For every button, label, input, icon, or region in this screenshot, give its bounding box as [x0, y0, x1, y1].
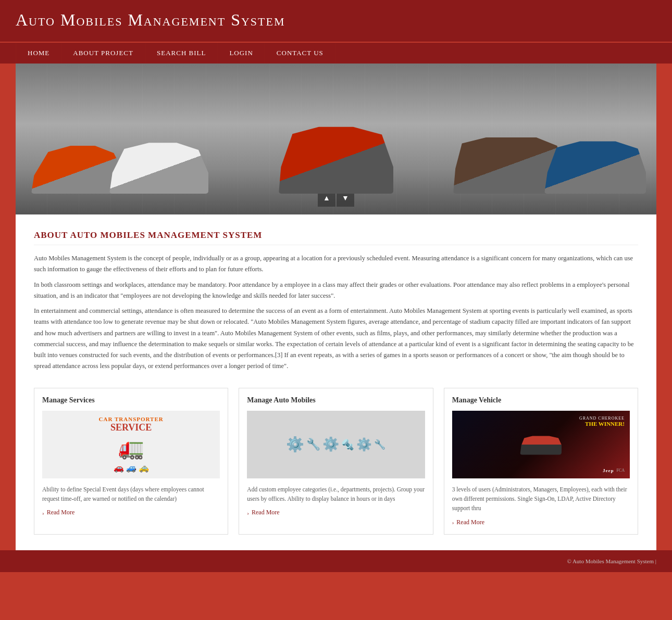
card-services-readmore[interactable]: › Read More — [42, 509, 220, 516]
about-text: Auto Mobiles Management System is the co… — [34, 253, 638, 372]
wrench-icon: 🔧 — [306, 438, 320, 451]
vehicle-logos: Jeep FCA — [603, 468, 625, 473]
card-manage-vehicle: Manage Vehicle GRAND CHEROKEE THE WINNER… — [444, 388, 638, 535]
readmore-arrow-2: › — [247, 510, 249, 516]
parts-illustration: ⚙️ 🔧 ⚙️ 🔩 ⚙️ 🔧 — [247, 411, 425, 478]
card-autos-image: ⚙️ 🔧 ⚙️ 🔩 ⚙️ 🔧 — [247, 411, 425, 478]
service-illustration: CAR TRANSPORTER SERVICE 🚛 🚗 🚙 🚕 — [42, 411, 220, 478]
card-services-description: Ability to define Special Event days (da… — [42, 485, 220, 504]
truck-icon: 🚛 — [118, 436, 144, 460]
vehicle-illustration: GRAND CHEROKEE THE WINNER! Jeep FCA — [452, 411, 630, 478]
car-row: 🚗 🚙 🚕 — [114, 463, 149, 473]
card-manage-services: Manage Services CAR TRANSPORTER SERVICE … — [34, 388, 228, 535]
gear-icon-3: ⚙️ — [356, 437, 372, 452]
cards-container: Manage Services CAR TRANSPORTER SERVICE … — [34, 388, 638, 535]
small-car-3: 🚕 — [139, 463, 149, 473]
header: Auto Mobiles Management System — [0, 0, 672, 42]
service-img-title: CAR TRANSPORTER — [99, 416, 164, 422]
about-paragraph-1: Auto Mobiles Management System is the co… — [34, 253, 638, 275]
vehicle-brand-label: GRAND CHEROKEE — [579, 416, 625, 421]
vehicle-tagline-label: THE WINNER! — [579, 421, 625, 427]
nav-login[interactable]: LOGIN — [218, 43, 265, 64]
slider-cars — [16, 90, 656, 194]
tool-icon: 🔧 — [374, 439, 385, 450]
card-autos-title: Manage Auto Mobiles — [247, 396, 425, 404]
nav-search-bill[interactable]: SEARCH BILL — [145, 43, 218, 64]
card-services-image: CAR TRANSPORTER SERVICE 🚛 🚗 🚙 🚕 — [42, 411, 220, 478]
nut-icon: 🔩 — [341, 438, 354, 451]
card-vehicle-title: Manage Vehicle — [452, 396, 630, 404]
jeep-car-shape — [520, 434, 562, 455]
about-paragraph-2: In both classroom settings and workplace… — [34, 280, 638, 302]
card-services-title: Manage Services — [42, 396, 220, 404]
card-manage-auto-mobiles: Manage Auto Mobiles ⚙️ 🔧 ⚙️ 🔩 ⚙️ 🔧 Add c… — [239, 388, 433, 535]
fca-logo: FCA — [616, 468, 625, 473]
about-title: ABOUT AUTO MOBILES MANAGEMENT SYSTEM — [34, 230, 638, 245]
about-paragraph-3: In entertainment and commercial settings… — [34, 306, 638, 372]
footer: © Auto Mobiles Management System | — [0, 550, 672, 572]
card-vehicle-readmore[interactable]: › Read More — [452, 518, 630, 526]
about-section: ABOUT AUTO MOBILES MANAGEMENT SYSTEM Aut… — [34, 230, 638, 372]
readmore-label-1: Read More — [47, 509, 75, 516]
vehicle-text-overlay: GRAND CHEROKEE THE WINNER! — [579, 416, 625, 427]
card-vehicle-image: GRAND CHEROKEE THE WINNER! Jeep FCA — [452, 411, 630, 478]
readmore-label-3: Read More — [456, 518, 484, 526]
nav-contact-us[interactable]: CONTACT US — [265, 43, 335, 64]
navbar: HOME ABOUT PROJECT SEARCH BILL LOGIN CON… — [0, 42, 672, 64]
content-area: ABOUT AUTO MOBILES MANAGEMENT SYSTEM Aut… — [16, 214, 656, 550]
site-title: Auto Mobiles Management System — [16, 10, 656, 30]
card-autos-readmore[interactable]: › Read More — [247, 509, 425, 516]
car-blue — [544, 137, 646, 194]
service-img-subtitle: SERVICE — [110, 422, 152, 433]
footer-separator: | — [655, 558, 656, 564]
car-white — [109, 139, 208, 194]
nav-home[interactable]: HOME — [16, 43, 61, 64]
gear-icon-2: ⚙️ — [322, 436, 339, 452]
readmore-label-2: Read More — [252, 509, 280, 516]
footer-text: © Auto Mobiles Management System — [567, 558, 654, 564]
gear-icon-1: ⚙️ — [286, 436, 304, 453]
slider-container: ▲ ▼ — [16, 64, 656, 214]
jeep-logo-text: Jeep — [603, 468, 614, 473]
card-vehicle-description: 3 levels of users (Administrators, Manag… — [452, 485, 630, 513]
slider-scene — [16, 64, 656, 214]
card-autos-description: Add custom employee categories (i.e., de… — [247, 485, 425, 504]
small-car-2: 🚙 — [126, 463, 136, 473]
nav-about-project[interactable]: ABOUT PROJECT — [61, 43, 145, 64]
main-wrapper: ▲ ▼ ABOUT AUTO MOBILES MANAGEMENT SYSTEM… — [16, 64, 656, 550]
readmore-arrow-1: › — [42, 510, 44, 516]
readmore-arrow-3: › — [452, 519, 454, 525]
car-red — [279, 123, 393, 194]
small-car-1: 🚗 — [114, 463, 124, 473]
